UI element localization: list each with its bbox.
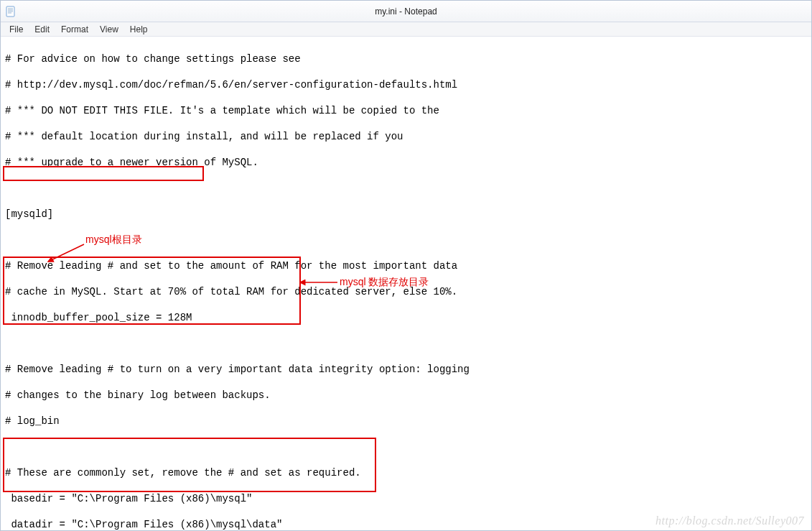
text-line: # *** DO NOT EDIT THIS FILE. It's a temp… <box>5 104 807 117</box>
text-line: # *** upgrade to a newer version of MySQ… <box>5 156 807 169</box>
window-title: my.ini - Notepad <box>375 6 437 17</box>
text-line: [mysqld] <box>5 208 807 221</box>
menu-edit[interactable]: Edit <box>29 23 55 36</box>
text-line: innodb_buffer_pool_size = 128M <box>5 311 807 324</box>
text-line: # log_bin <box>5 415 807 428</box>
text-line: # changes to the binary log between back… <box>5 389 807 402</box>
text-line: # http://dev.mysql.com/doc/refman/5.6/en… <box>5 78 807 91</box>
text-line: # Remove leading # to turn on a very imp… <box>5 363 807 376</box>
text-line: # cache in MySQL. Start at 70% of total … <box>5 285 807 298</box>
menu-file[interactable]: File <box>4 23 29 36</box>
text-line: # Remove leading # and set to the amount… <box>5 259 807 272</box>
text-line: # These are commonly set, remove the # a… <box>5 466 807 479</box>
notepad-icon <box>5 6 17 17</box>
text-line <box>5 182 807 195</box>
text-line: # For advice on how to change settings p… <box>5 52 807 65</box>
title-bar: my.ini - Notepad <box>1 1 811 22</box>
text-line: # *** default location during install, a… <box>5 130 807 143</box>
text-editor[interactable]: # For advice on how to change settings p… <box>1 37 811 530</box>
menu-bar: File Edit Format View Help <box>1 22 811 37</box>
menu-view[interactable]: View <box>94 23 124 36</box>
text-line <box>5 234 807 246</box>
text-line <box>5 440 807 453</box>
menu-format[interactable]: Format <box>55 23 94 36</box>
text-line <box>5 337 807 350</box>
menu-help[interactable]: Help <box>124 23 154 36</box>
text-line: basedir = "C:\Program Files (x86)\mysql" <box>5 492 807 505</box>
text-line: datadir = "C:\Program Files (x86)\mysql\… <box>5 518 807 530</box>
